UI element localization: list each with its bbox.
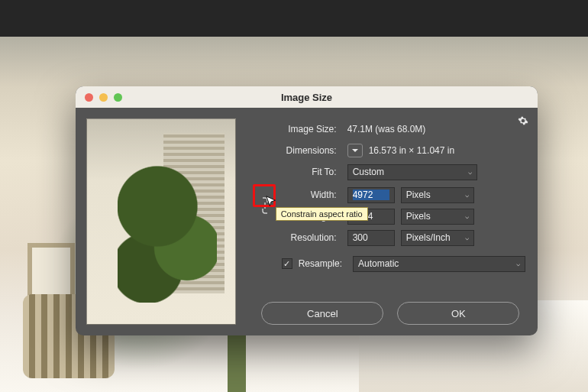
image-size-dialog: Image Size Image Size: 47.1M (was 68.0M)…: [76, 86, 538, 335]
chevron-down-icon: ⌵: [516, 260, 520, 267]
dimensions-label: Dimensions:: [250, 145, 341, 156]
resolution-field[interactable]: [353, 232, 389, 243]
chevron-down-icon: ⌵: [465, 212, 469, 220]
height-unit-select[interactable]: Pixels ⌵: [401, 209, 474, 225]
resolution-input[interactable]: [347, 230, 395, 246]
resample-method-select[interactable]: Automatic ⌵: [353, 256, 525, 272]
dialog-title: Image Size: [76, 92, 538, 103]
resample-label: Resample:: [299, 258, 342, 269]
controls-pane: Image Size: 47.1M (was 68.0M) Dimensions…: [244, 108, 538, 335]
resolution-label: Resolution:: [276, 232, 341, 243]
width-input[interactable]: [347, 187, 395, 203]
chevron-down-icon: ⌵: [468, 168, 472, 176]
constrain-aspect-ratio-toggle[interactable]: [256, 189, 274, 222]
gear-icon[interactable]: [518, 115, 528, 128]
constrain-tooltip: Constrain aspect ratio: [276, 207, 368, 221]
chevron-down-icon: ⌵: [465, 191, 469, 199]
width-field[interactable]: [353, 190, 389, 200]
resolution-unit-value: Pixels/Inch: [406, 232, 451, 243]
chevron-down-icon: ⌵: [465, 234, 469, 241]
width-unit-value: Pixels: [406, 190, 431, 200]
fit-to-select[interactable]: Custom ⌵: [347, 164, 477, 180]
height-unit-value: Pixels: [406, 211, 431, 222]
ok-button[interactable]: OK: [397, 302, 519, 325]
fit-to-label: Fit To:: [250, 167, 341, 177]
image-size-label: Image Size:: [250, 124, 341, 134]
dimensions-value: 16.573 in × 11.047 in: [369, 145, 454, 156]
dimensions-unit-toggle[interactable]: [347, 144, 363, 157]
resample-checkbox[interactable]: [282, 258, 292, 269]
width-unit-select[interactable]: Pixels ⌵: [401, 187, 474, 203]
preview-image[interactable]: [86, 118, 236, 325]
resolution-unit-select[interactable]: Pixels/Inch ⌵: [401, 230, 474, 246]
resample-value: Automatic: [358, 258, 399, 269]
cancel-button[interactable]: Cancel: [261, 302, 383, 325]
fit-to-value: Custom: [353, 167, 384, 177]
image-size-value: 47.1M (was 68.0M): [347, 124, 426, 134]
width-label: Width:: [276, 190, 341, 200]
dialog-titlebar[interactable]: Image Size: [76, 86, 538, 108]
preview-pane: [76, 108, 244, 335]
